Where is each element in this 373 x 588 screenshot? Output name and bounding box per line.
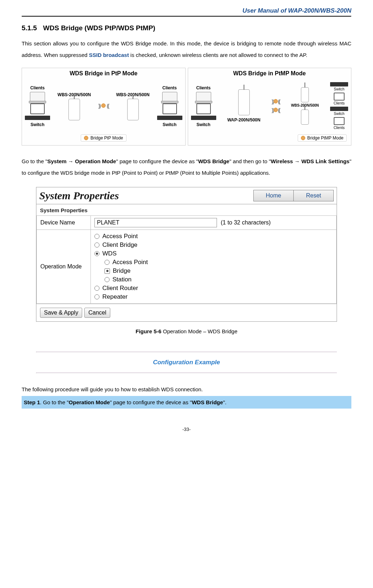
- switch-icon: [25, 116, 50, 120]
- ptp-ap-right: WBS-200N/500N: [116, 92, 150, 120]
- clients-label: Clients: [30, 85, 45, 90]
- ptmp-link-col: ))(( ))((: [272, 99, 280, 113]
- clients-label: Clients: [162, 85, 177, 90]
- wifi-dot-icon: [101, 103, 106, 108]
- section-title: WDS Bridge (WDS PtP/WDS PtMP): [43, 24, 155, 32]
- ptmp-center-ap: WAP-200N/500N: [227, 89, 261, 122]
- clients-label: Clients: [334, 126, 345, 130]
- clients-label: Clients: [196, 85, 210, 90]
- monitor-icon: [334, 117, 345, 125]
- figure-text: Operation Mode – WDS Bridge: [161, 328, 237, 334]
- panel-header: System Properties Home Reset: [36, 187, 337, 204]
- radio-wds-access-point[interactable]: Access Point: [94, 258, 333, 267]
- wifi-waves-icon: ((: [107, 103, 108, 109]
- nav-system: System: [47, 158, 66, 164]
- reset-button[interactable]: Reset: [293, 190, 334, 201]
- radio-client-router[interactable]: Client Router: [94, 284, 333, 293]
- wifi-link: ))((: [272, 99, 280, 104]
- cancel-button[interactable]: Cancel: [84, 308, 110, 318]
- device-label: WAP-200N/500N: [227, 117, 261, 122]
- section-heading: 5.1.5 WDS Bridge (WDS PtP/WDS PtMP): [22, 24, 351, 32]
- device-name-input[interactable]: [94, 218, 217, 227]
- section-number: 5.1.5: [22, 24, 37, 32]
- table-row: Operation Mode Access Point Client Bridg…: [37, 230, 337, 304]
- mode-badge: Bridge PtP Mode: [81, 134, 126, 142]
- nav-arrow-icon: →: [293, 158, 301, 164]
- operation-mode-label: Operation Mode: [37, 230, 91, 304]
- page-number: -33-: [22, 427, 351, 432]
- intro-paragraph: This section allows you to configure the…: [22, 38, 351, 61]
- figure-label: Figure 5-6: [136, 328, 161, 334]
- switch-icon: [330, 107, 348, 111]
- panel-footer: Save & Apply Cancel: [36, 304, 337, 321]
- operation-mode-cell: Access Point Client Bridge WDS Access Po…: [91, 230, 337, 304]
- mode-label: Bridge PtP Mode: [90, 135, 123, 141]
- switch-label: Switch: [196, 122, 210, 127]
- config-example-heading: Configuration Example: [22, 352, 351, 373]
- diagram-ptmp: WDS Bridge in PtMP Mode Clients Switch W…: [188, 68, 352, 146]
- device-name-hint: (1 to 32 characters): [221, 219, 271, 226]
- manual-title: User Manual of WAP-200N/WBS-200N: [22, 7, 351, 16]
- ptmp-left-clients: Clients Switch: [191, 85, 216, 127]
- ssid-broadcast-link[interactable]: SSID broadcast: [89, 52, 129, 58]
- ptmp-remote-aps: WBS-200N/500N: [291, 87, 319, 125]
- monitor-icon: [30, 103, 45, 114]
- switch-label: Switch: [163, 122, 177, 127]
- panel-title: System Properties: [39, 190, 254, 202]
- step-opmode: Operation Mode: [69, 399, 110, 405]
- ap-device-icon: [301, 110, 309, 125]
- table-row: Device Name (1 to 32 characters): [37, 216, 337, 230]
- laptop-icon: [196, 92, 211, 102]
- header-rule: [22, 16, 351, 17]
- following-text: The following procedure will guide you t…: [22, 386, 351, 392]
- switch-icon: [330, 82, 348, 86]
- device-name-label: Device Name: [37, 216, 91, 230]
- switch-label: Switch: [31, 122, 45, 127]
- mode-label: Bridge PtMP Mode: [307, 135, 344, 141]
- monitor-icon: [334, 93, 345, 101]
- save-apply-button[interactable]: Save & Apply: [40, 308, 82, 318]
- radio-repeater[interactable]: Repeater: [94, 293, 333, 301]
- switch-icon: [157, 116, 182, 120]
- switch-label: Switch: [334, 87, 344, 91]
- wifi-link: ))((: [272, 107, 280, 113]
- wifi-waves-icon: )): [98, 103, 100, 109]
- radio-client-bridge[interactable]: Client Bridge: [94, 241, 333, 249]
- diagram-ptmp-title: WDS Bridge in PtMP Mode: [191, 70, 348, 77]
- diagram-ptp-title: WDS Bridge in PtP Mode: [25, 70, 182, 77]
- nav-arrow-icon: →: [67, 158, 75, 164]
- ap-device-icon: [68, 99, 80, 120]
- radio-wds-bridge[interactable]: Bridge: [94, 267, 333, 275]
- monitor-icon: [196, 103, 211, 114]
- nav-wireless: Wireless: [271, 158, 293, 164]
- dot-icon: [301, 136, 305, 140]
- ptp-right-clients: Clients Switch: [157, 85, 182, 127]
- diagram-pair: WDS Bridge in PtP Mode Clients Switch WB…: [22, 68, 351, 146]
- step-wdsbridge: WDS Bridge: [192, 399, 223, 405]
- ptp-left-clients: Clients Switch: [25, 85, 50, 127]
- step-1-box: Step 1. Go to the "Operation Mode" page …: [22, 396, 351, 409]
- wifi-link: )) ((: [98, 103, 109, 109]
- config-hr-bottom: [36, 373, 337, 373]
- intro-text-2: is checked, unknown wireless clients are…: [129, 52, 307, 58]
- monitor-icon: [163, 103, 177, 114]
- clients-label: Clients: [334, 101, 345, 105]
- nav-opmode: Operation Mode: [75, 158, 116, 164]
- switch-label: Switch: [334, 112, 344, 116]
- nav-paragraph: Go to the "System → Operation Mode" page…: [22, 156, 351, 178]
- ap-device-icon: [238, 89, 250, 115]
- ptmp-right-stack: Switch Clients Switch Clients: [330, 82, 348, 130]
- nav-wdslink: WDS Link Settings: [301, 158, 349, 164]
- properties-table: Device Name (1 to 32 characters) Operati…: [36, 215, 337, 304]
- radio-wds-station[interactable]: Station: [94, 275, 333, 284]
- diagram-ptp: WDS Bridge in PtP Mode Clients Switch WB…: [22, 68, 186, 146]
- dot-icon: [84, 136, 88, 140]
- nav-wdsbridge: WDS Bridge: [198, 158, 230, 164]
- operation-mode-radios: Access Point Client Bridge WDS Access Po…: [94, 232, 333, 301]
- radio-wds[interactable]: WDS: [94, 249, 333, 258]
- laptop-icon: [162, 92, 177, 102]
- radio-access-point[interactable]: Access Point: [94, 232, 333, 241]
- mode-badge: Bridge PtMP Mode: [298, 134, 347, 142]
- panel-section-label: System Properties: [36, 204, 337, 215]
- home-button[interactable]: Home: [253, 190, 294, 201]
